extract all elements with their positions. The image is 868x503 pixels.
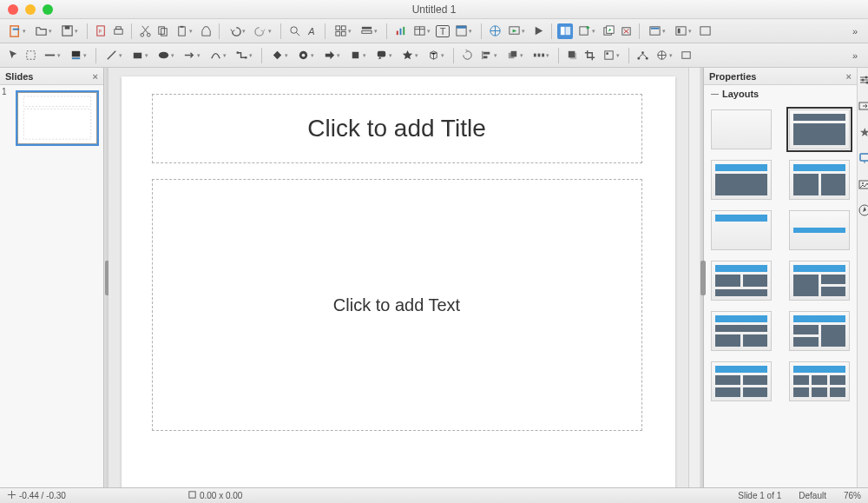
master-slide-button[interactable] <box>557 23 573 39</box>
arrange-button[interactable]: ▾ <box>503 48 527 63</box>
layout-title-content[interactable] <box>789 109 850 149</box>
title-placeholder-text: Click to add Title <box>307 115 485 142</box>
filter-button[interactable]: ▾ <box>599 48 623 63</box>
slide-properties-button[interactable] <box>697 23 713 39</box>
crop-button[interactable] <box>582 48 597 63</box>
svg-rect-73 <box>681 52 689 59</box>
rectangle-tool-button[interactable]: ▾ <box>128 48 152 63</box>
save-button[interactable]: ▾ <box>57 23 82 39</box>
layout-blank[interactable] <box>711 109 772 149</box>
layout-one-beside-two[interactable] <box>789 261 850 301</box>
insert-hyperlink-button[interactable] <box>487 23 503 39</box>
layout-hdr-two-row[interactable] <box>789 311 850 351</box>
find-button[interactable] <box>286 23 302 39</box>
properties-panel-close-icon[interactable]: × <box>846 71 852 82</box>
line-color-button[interactable]: ▾ <box>40 48 64 63</box>
star-shapes-button[interactable]: ▾ <box>398 48 422 63</box>
layouts-section-header[interactable]: — Layouts <box>704 85 857 103</box>
sidebar-tab-transition-icon[interactable] <box>858 99 868 113</box>
window-controls <box>8 4 53 15</box>
separator <box>481 23 482 39</box>
slide-design-button[interactable]: ▾ <box>671 23 695 39</box>
layout-two-content[interactable] <box>789 160 850 200</box>
svg-rect-12 <box>179 27 186 36</box>
duplicate-slide-button[interactable] <box>601 23 616 39</box>
insert-header-footer-button[interactable]: ▾ <box>451 23 476 39</box>
paste-button[interactable]: ▾ <box>172 23 196 39</box>
svg-rect-65 <box>605 51 613 59</box>
fill-color-button[interactable]: ▾ <box>66 48 90 63</box>
layout-hdr-row-two[interactable] <box>711 311 772 351</box>
maximize-window-button[interactable] <box>43 4 53 15</box>
vertical-scrollbar[interactable] <box>688 68 700 487</box>
export-pdf-button[interactable]: P <box>93 23 108 39</box>
minimize-window-button[interactable] <box>25 4 36 15</box>
layout-title-only[interactable] <box>711 210 772 250</box>
sidebar-tab-gallery-icon[interactable] <box>858 177 868 191</box>
curve-tool-button[interactable]: ▾ <box>206 48 230 63</box>
layout-hdr-four[interactable] <box>711 361 772 401</box>
start-presentation-button[interactable]: ▾ <box>504 23 529 39</box>
insert-textbox-button[interactable]: T <box>436 25 450 37</box>
title-placeholder[interactable]: Click to add Title <box>152 94 642 163</box>
statusbar-slide-of: Slide 1 of 1 <box>738 491 781 500</box>
3d-objects-button[interactable]: ▾ <box>424 48 448 63</box>
svg-point-66 <box>606 52 608 55</box>
sidebar-tab-properties-icon[interactable] <box>858 73 868 87</box>
callout-shapes-button[interactable]: ▾ <box>372 48 396 63</box>
select-tool-button[interactable] <box>5 48 21 63</box>
cut-button[interactable] <box>137 23 153 39</box>
close-window-button[interactable] <box>8 4 18 15</box>
sidebar-tab-master-icon[interactable] <box>858 151 868 165</box>
print-button[interactable] <box>110 23 126 39</box>
insert-chart-button[interactable] <box>392 23 408 39</box>
sidebar-tab-animation-icon[interactable]: ★ <box>858 125 868 139</box>
shadow-button[interactable] <box>564 48 580 63</box>
line-tool-button[interactable]: ▾ <box>102 48 126 63</box>
toolbar-overflow-button[interactable]: » <box>847 23 863 39</box>
toggle-extrusion-button[interactable] <box>678 48 694 63</box>
size-icon <box>187 490 197 501</box>
window-title: Untitled 1 <box>412 3 457 16</box>
display-views-button[interactable]: ▾ <box>357 23 381 39</box>
layout-hdr-six[interactable] <box>789 361 850 401</box>
statusbar-zoom[interactable]: 76% <box>844 491 861 500</box>
layout-centered[interactable] <box>789 210 850 250</box>
slide-layout-button[interactable]: ▾ <box>645 23 669 39</box>
flowchart-button[interactable]: ▾ <box>345 48 370 63</box>
delete-slide-button[interactable] <box>618 23 634 39</box>
align-button[interactable]: ▾ <box>477 48 501 63</box>
grid-button[interactable]: ▾ <box>331 23 355 39</box>
layout-two-over-one[interactable] <box>711 261 772 301</box>
new-slide-button[interactable]: ▾ <box>575 23 599 39</box>
layout-content-only[interactable] <box>711 160 772 200</box>
rotate-button[interactable] <box>459 48 475 63</box>
slides-panel-close-icon[interactable]: × <box>93 71 98 82</box>
spellcheck-button[interactable]: A <box>304 23 319 39</box>
play-button[interactable] <box>530 23 546 39</box>
svg-rect-6 <box>114 30 122 35</box>
slide-thumbnail-1[interactable] <box>17 92 97 144</box>
content-placeholder[interactable]: Click to add Text <box>152 179 642 431</box>
block-arrows-button[interactable]: ▾ <box>319 48 344 63</box>
arrow-tool-button[interactable]: ▾ <box>180 48 204 63</box>
glue-points-button[interactable]: ▾ <box>652 48 676 63</box>
clone-format-button[interactable] <box>198 23 214 39</box>
toolbar-overflow-button-2[interactable]: » <box>847 48 863 63</box>
new-button[interactable]: ▾ <box>5 23 30 39</box>
basic-shapes-button[interactable]: ▾ <box>267 48 292 63</box>
open-button[interactable]: ▾ <box>31 23 56 39</box>
connector-tool-button[interactable]: ▾ <box>232 48 256 63</box>
insert-table-button[interactable]: ▾ <box>410 23 434 39</box>
distribute-button[interactable]: ▾ <box>529 48 553 63</box>
slide-canvas[interactable]: Click to add Title Click to add Text <box>122 76 675 487</box>
zoom-pan-button[interactable] <box>23 48 38 63</box>
points-button[interactable] <box>635 48 650 63</box>
redo-button[interactable]: ▾ <box>251 23 275 39</box>
symbol-shapes-button[interactable]: ▾ <box>293 48 318 63</box>
right-splitter[interactable] <box>700 68 704 487</box>
undo-button[interactable]: ▾ <box>225 23 249 39</box>
sidebar-tab-navigator-icon[interactable] <box>858 203 868 217</box>
ellipse-tool-button[interactable]: ▾ <box>154 48 178 63</box>
copy-button[interactable] <box>155 23 170 39</box>
